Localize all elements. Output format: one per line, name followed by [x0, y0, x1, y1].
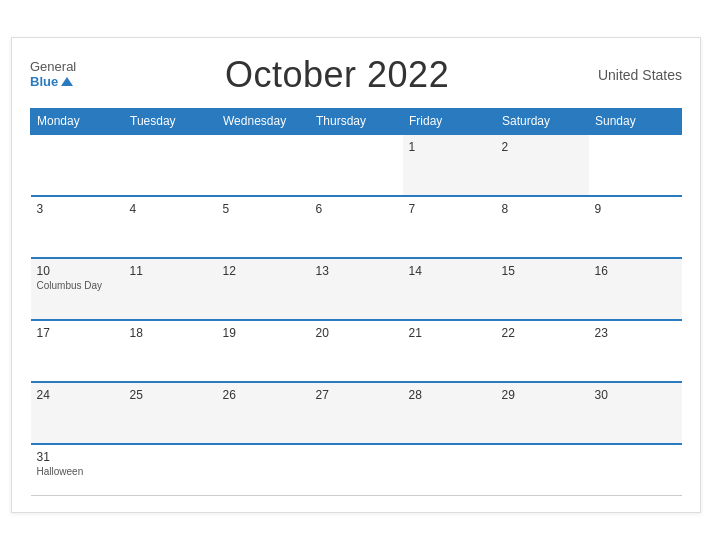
calendar-cell-w0d0 [31, 134, 124, 196]
calendar-cell-w1d0: 3 [31, 196, 124, 258]
header-sunday: Sunday [589, 108, 682, 134]
calendar-cell-w2d3: 13 [310, 258, 403, 320]
calendar-cell-w1d2: 5 [217, 196, 310, 258]
calendar-cell-w5d5 [496, 444, 589, 496]
calendar-cell-w2d1: 11 [124, 258, 217, 320]
day-number: 11 [130, 264, 211, 278]
week-row-2: 10Columbus Day111213141516 [31, 258, 682, 320]
day-number: 20 [316, 326, 397, 340]
calendar-cell-w2d4: 14 [403, 258, 496, 320]
day-number: 9 [595, 202, 676, 216]
day-number: 22 [502, 326, 583, 340]
header-tuesday: Tuesday [124, 108, 217, 134]
calendar-cell-w4d3: 27 [310, 382, 403, 444]
calendar-cell-w5d0: 31Halloween [31, 444, 124, 496]
day-number: 27 [316, 388, 397, 402]
week-row-1: 3456789 [31, 196, 682, 258]
day-number: 15 [502, 264, 583, 278]
day-number: 19 [223, 326, 304, 340]
calendar-cell-w5d4 [403, 444, 496, 496]
day-number: 6 [316, 202, 397, 216]
day-number: 12 [223, 264, 304, 278]
header-friday: Friday [403, 108, 496, 134]
calendar-cell-w5d1 [124, 444, 217, 496]
calendar-cell-w3d0: 17 [31, 320, 124, 382]
calendar-cell-w1d6: 9 [589, 196, 682, 258]
header-monday: Monday [31, 108, 124, 134]
calendar-cell-w3d1: 18 [124, 320, 217, 382]
calendar-cell-w2d5: 15 [496, 258, 589, 320]
calendar-cell-w4d1: 25 [124, 382, 217, 444]
calendar-cell-w3d3: 20 [310, 320, 403, 382]
calendar-cell-w1d4: 7 [403, 196, 496, 258]
week-row-5: 31Halloween [31, 444, 682, 496]
calendar-cell-w4d6: 30 [589, 382, 682, 444]
day-number: 17 [37, 326, 118, 340]
week-row-4: 24252627282930 [31, 382, 682, 444]
calendar-cell-w3d6: 23 [589, 320, 682, 382]
day-number: 29 [502, 388, 583, 402]
day-number: 28 [409, 388, 490, 402]
day-number: 16 [595, 264, 676, 278]
day-number: 13 [316, 264, 397, 278]
calendar-cell-w3d2: 19 [217, 320, 310, 382]
calendar-cell-w1d1: 4 [124, 196, 217, 258]
day-number: 14 [409, 264, 490, 278]
day-number: 1 [409, 140, 490, 154]
calendar-cell-w4d4: 28 [403, 382, 496, 444]
day-number: 8 [502, 202, 583, 216]
calendar-cell-w0d6 [589, 134, 682, 196]
calendar-cell-w5d6 [589, 444, 682, 496]
day-number: 31 [37, 450, 118, 464]
header-wednesday: Wednesday [217, 108, 310, 134]
event-label: Columbus Day [37, 280, 118, 291]
day-number: 5 [223, 202, 304, 216]
calendar-cell-w5d3 [310, 444, 403, 496]
day-number: 30 [595, 388, 676, 402]
calendar-cell-w0d2 [217, 134, 310, 196]
calendar-cell-w3d5: 22 [496, 320, 589, 382]
calendar-cell-w4d2: 26 [217, 382, 310, 444]
logo: General Blue [30, 60, 76, 90]
calendar-cell-w4d5: 29 [496, 382, 589, 444]
calendar-cell-w0d5: 2 [496, 134, 589, 196]
month-title: October 2022 [225, 54, 449, 96]
day-number: 10 [37, 264, 118, 278]
day-number: 25 [130, 388, 211, 402]
weekday-header-row: Monday Tuesday Wednesday Thursday Friday… [31, 108, 682, 134]
calendar-cell-w0d1 [124, 134, 217, 196]
calendar-cell-w4d0: 24 [31, 382, 124, 444]
logo-general-text: General [30, 60, 76, 75]
calendar-header: General Blue October 2022 United States [30, 54, 682, 96]
calendar-cell-w5d2 [217, 444, 310, 496]
day-number: 4 [130, 202, 211, 216]
calendar-cell-w2d0: 10Columbus Day [31, 258, 124, 320]
header-saturday: Saturday [496, 108, 589, 134]
day-number: 23 [595, 326, 676, 340]
calendar-container: General Blue October 2022 United States … [11, 37, 701, 514]
week-row-3: 17181920212223 [31, 320, 682, 382]
calendar-cell-w2d2: 12 [217, 258, 310, 320]
day-number: 7 [409, 202, 490, 216]
calendar-cell-w1d3: 6 [310, 196, 403, 258]
logo-blue-text: Blue [30, 75, 58, 90]
week-row-0: 12 [31, 134, 682, 196]
day-number: 26 [223, 388, 304, 402]
country-label: United States [598, 67, 682, 83]
calendar-cell-w0d3 [310, 134, 403, 196]
day-number: 18 [130, 326, 211, 340]
day-number: 3 [37, 202, 118, 216]
header-thursday: Thursday [310, 108, 403, 134]
event-label: Halloween [37, 466, 118, 477]
day-number: 21 [409, 326, 490, 340]
calendar-table: Monday Tuesday Wednesday Thursday Friday… [30, 108, 682, 497]
calendar-cell-w2d6: 16 [589, 258, 682, 320]
logo-triangle-icon [61, 77, 73, 86]
calendar-cell-w0d4: 1 [403, 134, 496, 196]
day-number: 2 [502, 140, 583, 154]
calendar-cell-w1d5: 8 [496, 196, 589, 258]
calendar-cell-w3d4: 21 [403, 320, 496, 382]
day-number: 24 [37, 388, 118, 402]
